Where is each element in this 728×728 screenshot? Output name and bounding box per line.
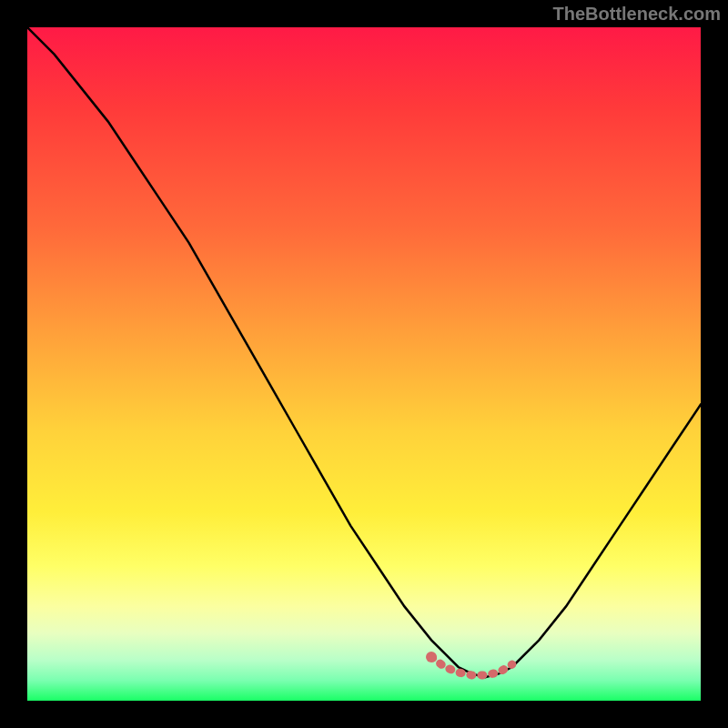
optimal-range-marker xyxy=(431,657,512,675)
optimal-range-start-dot xyxy=(426,652,437,662)
watermark-text: TheBottleneck.com xyxy=(553,4,721,25)
chart-svg xyxy=(27,27,701,701)
chart-container: TheBottleneck.com xyxy=(0,0,728,728)
bottleneck-curve xyxy=(27,27,701,677)
